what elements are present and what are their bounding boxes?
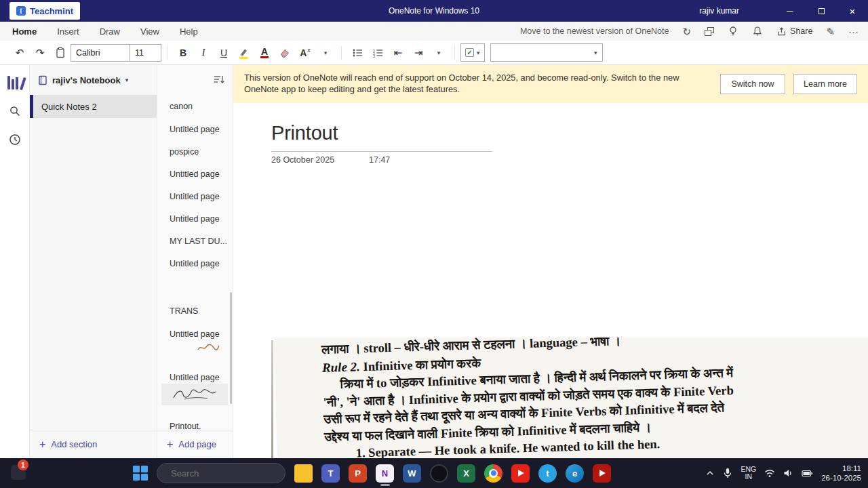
- recent-notes-button[interactable]: [0, 127, 30, 152]
- tag-dropdown[interactable]: ▾: [490, 43, 603, 62]
- notebooks-icon: [7, 76, 22, 89]
- add-page-button[interactable]: + Add page: [157, 430, 233, 458]
- tab-draw[interactable]: Draw: [100, 26, 120, 37]
- page-item[interactable]: canon: [157, 96, 230, 117]
- wifi-icon[interactable]: [764, 469, 775, 478]
- page-item[interactable]: Untitled page: [157, 253, 230, 274]
- page-date: 26 October 2025: [271, 155, 334, 165]
- taskbar-app-telegram[interactable]: t: [538, 458, 557, 488]
- taskbar-app-youtube[interactable]: [511, 458, 530, 488]
- font-family-select[interactable]: Calibri: [71, 44, 130, 62]
- language-indicator[interactable]: ENG IN: [741, 466, 756, 481]
- clock-icon: [9, 134, 21, 146]
- outdent-icon: ⇤: [394, 47, 403, 59]
- taskbar-app-onenote[interactable]: N: [376, 458, 394, 488]
- todo-tag-select[interactable]: ✓ ▾: [460, 43, 485, 62]
- page-item[interactable]: Untitled page: [157, 164, 230, 184]
- minimize-button[interactable]: [774, 0, 806, 22]
- battery-icon[interactable]: [802, 469, 813, 478]
- signed-in-user[interactable]: rajiv kumar: [699, 0, 739, 22]
- undo-button[interactable]: ↶: [9, 43, 30, 62]
- add-section-button[interactable]: + Add section: [30, 430, 157, 458]
- powerpoint-icon: P: [349, 464, 367, 483]
- taskbar-app-powerpoint[interactable]: P: [349, 458, 367, 488]
- tab-view[interactable]: View: [140, 26, 159, 37]
- search-button[interactable]: [0, 99, 30, 123]
- volume-icon[interactable]: [783, 468, 793, 478]
- sort-pages-button[interactable]: [214, 75, 224, 85]
- italic-button[interactable]: I: [193, 43, 214, 62]
- teams-icon: T: [321, 464, 340, 483]
- taskbar-search[interactable]: [157, 458, 285, 488]
- paragraph-more-chevron-icon[interactable]: ▾: [429, 43, 449, 62]
- more-options-icon[interactable]: ···: [848, 26, 859, 37]
- svg-text:3: 3: [373, 54, 375, 58]
- start-button[interactable]: [133, 458, 148, 488]
- notebook-header[interactable]: rajiv's Notebook ▾: [30, 65, 157, 95]
- page-item[interactable]: TRANS: [157, 301, 230, 321]
- minimize-icon: [787, 11, 793, 12]
- tab-insert[interactable]: Insert: [57, 26, 79, 37]
- page-thumbnail-ink-sketch[interactable]: [197, 342, 220, 354]
- page-item[interactable]: MY LAST DU...: [157, 231, 230, 251]
- notifications-bell-icon[interactable]: [752, 26, 763, 37]
- paste-button[interactable]: [50, 43, 71, 62]
- font-more-chevron-icon[interactable]: ▾: [315, 43, 336, 62]
- tab-home[interactable]: Home: [12, 26, 37, 37]
- page-item[interactable]: pospice: [157, 142, 230, 162]
- section-item-quick-notes-2[interactable]: Quick Notes 2: [30, 95, 157, 118]
- tray-overflow-chevron-icon[interactable]: [705, 470, 715, 476]
- bullet-list-button[interactable]: [347, 43, 368, 62]
- taskbar-app-youtube-studio[interactable]: [593, 458, 611, 488]
- taskbar-app-word[interactable]: W: [403, 458, 421, 488]
- format-painter-button[interactable]: [275, 43, 295, 62]
- taskbar-app-chrome[interactable]: [484, 458, 502, 488]
- microphone-icon[interactable]: [723, 468, 732, 479]
- end-of-support-banner: This version of OneNote will reach end o…: [233, 65, 868, 103]
- page-canvas[interactable]: Printout 26 October 2025 17:47 – यश बदलन…: [233, 103, 868, 458]
- font-size-select[interactable]: 11: [130, 44, 161, 62]
- outdent-button[interactable]: ⇤: [388, 43, 408, 62]
- plus-icon: +: [167, 439, 173, 451]
- page-item[interactable]: Untitled page: [157, 209, 230, 229]
- inking-pen-icon[interactable]: ✎: [826, 26, 835, 37]
- numbered-list-button[interactable]: 123: [368, 43, 388, 62]
- clear-formatting-button[interactable]: Ax: [295, 43, 315, 62]
- page-item[interactable]: Untitled page: [157, 186, 230, 207]
- search-input[interactable]: [171, 468, 290, 479]
- share-button[interactable]: Share: [776, 26, 812, 37]
- redo-button[interactable]: ↷: [30, 43, 50, 62]
- taskbar-clock[interactable]: 18:11 26-10-2025: [821, 464, 861, 483]
- excel-icon: X: [457, 464, 475, 483]
- font-color-button[interactable]: A: [254, 43, 275, 62]
- maximize-button[interactable]: [806, 0, 837, 22]
- taskbar-app-obs[interactable]: [430, 458, 448, 488]
- sync-icon[interactable]: ↻: [682, 26, 691, 37]
- switch-now-button[interactable]: Switch now: [720, 74, 785, 94]
- pages-scrollbar[interactable]: [230, 292, 232, 404]
- numbered-list-icon: 123: [372, 47, 384, 58]
- scanned-image[interactable]: – यश बदलना । लगाया । stroll – धीरे-धीरे …: [271, 338, 868, 458]
- page-item[interactable]: Untitled page: [157, 119, 230, 140]
- notebooks-button[interactable]: [0, 70, 30, 95]
- close-button[interactable]: ×: [837, 0, 868, 22]
- tab-help[interactable]: Help: [180, 26, 198, 37]
- tray-time: 18:11: [821, 464, 861, 473]
- underline-button[interactable]: U: [214, 43, 234, 62]
- bold-button[interactable]: B: [173, 43, 193, 62]
- taskbar-app-edge[interactable]: e: [566, 458, 584, 488]
- page-title[interactable]: Printout: [271, 122, 338, 144]
- indent-button[interactable]: ⇥: [408, 43, 429, 62]
- learn-more-button[interactable]: Learn more: [793, 74, 857, 94]
- lightbulb-icon[interactable]: [728, 26, 738, 37]
- taskbar-app-excel[interactable]: X: [457, 458, 475, 488]
- page-thumbnail-signature[interactable]: [161, 384, 228, 405]
- notification-badge[interactable]: 1: [18, 460, 28, 470]
- file-explorer-icon: [294, 464, 313, 483]
- feedback-window-icon[interactable]: [705, 27, 714, 36]
- scan-paper: – यश बदलना । लगाया । stroll – धीरे-धीरे …: [273, 338, 868, 458]
- taskbar-app-file-explorer[interactable]: [294, 458, 313, 488]
- scan-page-edge: [271, 340, 273, 458]
- taskbar-app-teams[interactable]: T: [321, 458, 340, 488]
- highlighter-button[interactable]: [234, 43, 254, 62]
